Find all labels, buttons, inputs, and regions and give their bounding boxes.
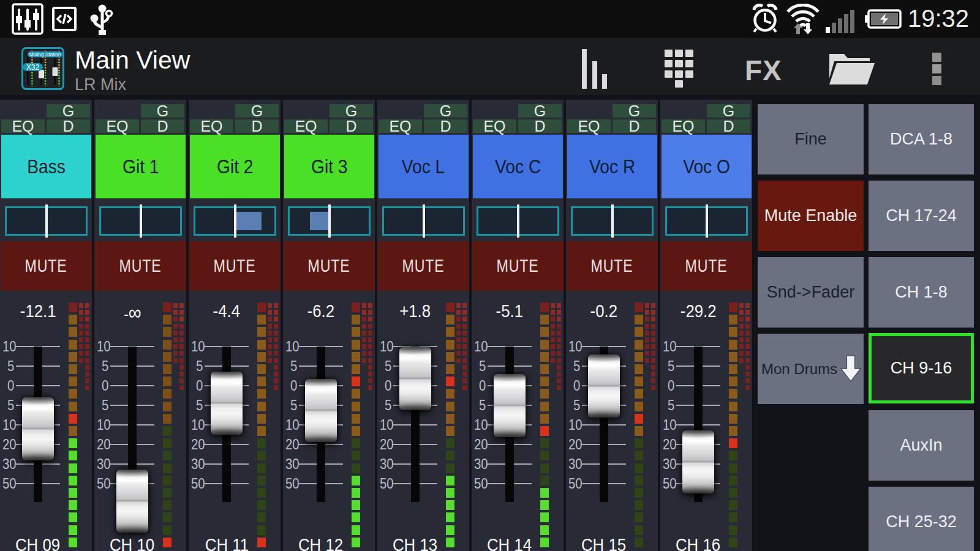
svg-text:Mixing Station: Mixing Station	[29, 52, 61, 58]
svg-text:X32: X32	[26, 63, 40, 72]
